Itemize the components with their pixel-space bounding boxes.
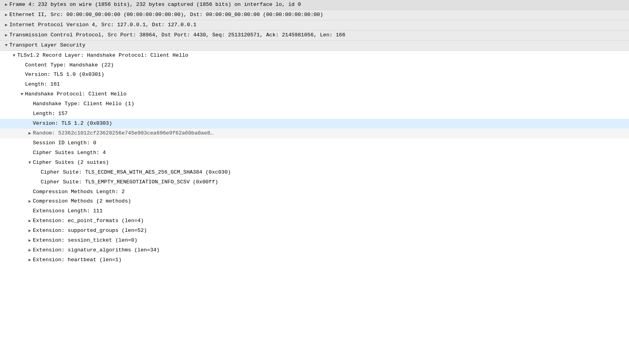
row-text-cipher-suite-2: Cipher Suite: TLS_EMPTY_RENEGOTIATION_IN… (41, 178, 218, 186)
row-text-length-161: Length: 161 (25, 81, 60, 89)
tree-row-handshake-type[interactable]: Handshake Type: Client Hello (1) (0, 99, 629, 109)
tree-row-frame[interactable]: ▶ Frame 4: 232 bytes on wire (1856 bits)… (0, 0, 629, 10)
row-text-random: Random: 52362c1012cf23628256e745e903cea6… (33, 129, 214, 138)
tree-row-length-157[interactable]: Length: 157 (0, 109, 629, 119)
row-text-extensions-length: Extensions Length: 111 (33, 207, 102, 215)
row-text-ext-sig-algorithms: Extension: signature_algorithms (len=34) (33, 246, 160, 255)
row-text-ip: Internet Protocol Version 4, Src: 127.0.… (9, 21, 196, 29)
row-text-frame: Frame 4: 232 bytes on wire (1856 bits), … (9, 1, 301, 9)
row-text-tls-record: TLSv1.2 Record Layer: Handshake Protocol… (17, 52, 188, 60)
expander-icon[interactable]: ▼ (11, 52, 17, 59)
expander-icon[interactable]: ▼ (19, 91, 25, 98)
tree-row-ext-heartbeat[interactable]: ▶ Extension: heartbeat (len=1) (0, 255, 629, 265)
tree-row-random[interactable]: ▶ Random: 52362c1012cf23628256e745e903ce… (0, 129, 629, 138)
tree-row-tls[interactable]: ▼ Transport Layer Security (0, 41, 629, 51)
row-text-tls: Transport Layer Security (9, 41, 85, 50)
expander-icon[interactable]: ▼ (27, 160, 33, 166)
expander-icon[interactable]: ▶ (3, 2, 9, 8)
expander-icon[interactable]: ▶ (3, 22, 9, 29)
expander-icon[interactable]: ▶ (27, 228, 33, 234)
expander-icon[interactable]: ▶ (3, 12, 9, 18)
row-text-ext-heartbeat: Extension: heartbeat (len=1) (33, 256, 122, 264)
tree-row-tls-record[interactable]: ▼ TLSv1.2 Record Layer: Handshake Protoc… (0, 51, 629, 61)
tree-row-cipher-suite-1[interactable]: Cipher Suite: TLS_ECDHE_RSA_WITH_AES_256… (0, 168, 629, 178)
tree-row-handshake-protocol[interactable]: ▼ Handshake Protocol: Client Hello (0, 90, 629, 99)
tree-row-cipher-suite-2[interactable]: Cipher Suite: TLS_EMPTY_RENEGOTIATION_IN… (0, 178, 629, 187)
row-text-compression-methods: Compression Methods (2 methods) (33, 197, 131, 206)
tree-row-tcp[interactable]: ▶ Transmission Control Protocol, Src Por… (0, 30, 629, 41)
expander-icon[interactable]: ▶ (3, 32, 9, 39)
row-text-ext-ec-point: Extension: ec_point_formats (len=4) (33, 217, 144, 225)
expander-icon[interactable]: ▶ (27, 218, 33, 224)
tree-row-version-tls10[interactable]: Version: TLS 1.0 (0x0301) (0, 70, 629, 80)
expander-icon[interactable]: ▶ (27, 198, 33, 205)
tree-row-compression-methods-length[interactable]: Compression Methods Length: 2 (0, 187, 629, 197)
row-text-version-tls10: Version: TLS 1.0 (0x0301) (25, 71, 104, 79)
tree-row-ethernet[interactable]: ▶ Ethernet II, Src: 00:00:00_00:00:00 (0… (0, 10, 629, 20)
row-text-session-id-length: Session ID Length: 0 (33, 139, 96, 147)
row-text-compression-methods-length: Compression Methods Length: 2 (33, 188, 125, 196)
expander-icon[interactable]: ▶ (27, 247, 33, 254)
tree-row-ip[interactable]: ▶ Internet Protocol Version 4, Src: 127.… (0, 20, 629, 30)
expander-icon[interactable]: ▶ (27, 130, 33, 137)
tree-row-session-id-length[interactable]: Session ID Length: 0 (0, 138, 629, 148)
row-text-ext-session-ticket: Extension: session_ticket (len=0) (33, 237, 137, 245)
row-text-length-157: Length: 157 (33, 110, 68, 118)
row-text-handshake-protocol: Handshake Protocol: Client Hello (25, 90, 126, 99)
tree-row-version-tls12[interactable]: Version: TLS 1.2 (0x0303) (0, 119, 629, 129)
tree-row-extensions-length[interactable]: Extensions Length: 111 (0, 206, 629, 216)
tree-row-cipher-suites-length[interactable]: Cipher Suites Length: 4 (0, 148, 629, 158)
tree-row-compression-methods[interactable]: ▶ Compression Methods (2 methods) (0, 197, 629, 206)
packet-tree: ▶ Frame 4: 232 bytes on wire (1856 bits)… (0, 0, 629, 364)
tree-row-length-161[interactable]: Length: 161 (0, 80, 629, 90)
row-text-cipher-suites-length: Cipher Suites Length: 4 (33, 149, 106, 157)
tree-row-ext-sig-algorithms[interactable]: ▶ Extension: signature_algorithms (len=3… (0, 246, 629, 255)
tree-row-cipher-suites[interactable]: ▼ Cipher Suites (2 suites) (0, 158, 629, 168)
tree-row-ext-supported-groups[interactable]: ▶ Extension: supported_groups (len=52) (0, 226, 629, 236)
row-text-ext-supported-groups: Extension: supported_groups (len=52) (33, 227, 147, 235)
row-text-cipher-suites: Cipher Suites (2 suites) (33, 159, 109, 167)
expander-icon[interactable]: ▼ (3, 42, 9, 49)
row-text-cipher-suite-1: Cipher Suite: TLS_ECDHE_RSA_WITH_AES_256… (41, 169, 231, 177)
expander-icon[interactable]: ▶ (27, 237, 33, 244)
tree-row-content-type[interactable]: Content Type: Handshake (22) (0, 61, 629, 70)
row-text-handshake-type: Handshake Type: Client Hello (1) (33, 100, 134, 108)
row-text-content-type: Content Type: Handshake (22) (25, 61, 114, 70)
expander-icon[interactable]: ▶ (27, 257, 33, 264)
row-text-tcp: Transmission Control Protocol, Src Port:… (9, 31, 345, 39)
tree-row-ext-ec-point[interactable]: ▶ Extension: ec_point_formats (len=4) (0, 216, 629, 226)
row-text-ethernet: Ethernet II, Src: 00:00:00_00:00:00 (00:… (9, 11, 323, 19)
row-text-version-tls12: Version: TLS 1.2 (0x0303) (33, 120, 112, 128)
tree-row-ext-session-ticket[interactable]: ▶ Extension: session_ticket (len=0) (0, 236, 629, 246)
